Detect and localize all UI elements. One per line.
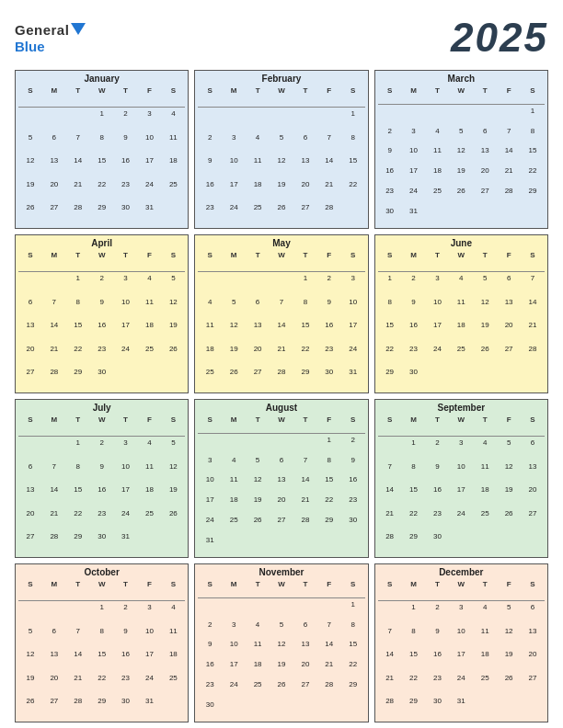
month-june: JuneSMTWTFS12345678910111213141516171819… — [374, 234, 548, 393]
cal-day: 12 — [270, 638, 293, 658]
cal-day: 8 — [341, 619, 365, 639]
cal-day: 15 — [521, 144, 545, 165]
cal-header-cell: T — [473, 85, 497, 105]
cal-day: 17 — [341, 319, 365, 343]
cal-day: 14 — [521, 296, 545, 320]
cal-day: 26 — [18, 201, 42, 225]
cal-day: 15 — [90, 154, 114, 178]
cal-day: 7 — [378, 625, 402, 649]
cal-day: 28 — [378, 695, 402, 719]
cal-header-cell: T — [246, 415, 270, 434]
cal-day: 8 — [378, 296, 402, 320]
cal-day: 21 — [293, 494, 317, 514]
cal-day: 4 — [473, 437, 497, 461]
cal-day: 3 — [341, 272, 365, 296]
cal-header-cell: W — [90, 415, 114, 437]
cal-day-empty — [270, 534, 293, 554]
cal-header-cell: S — [341, 250, 365, 272]
cal-day: 16 — [198, 178, 222, 202]
logo-triangle-icon — [71, 23, 86, 35]
cal-day: 30 — [402, 366, 426, 390]
cal-header-cell: W — [449, 85, 473, 105]
cal-day: 7 — [521, 272, 545, 296]
cal-day: 25 — [161, 178, 185, 202]
cal-day: 29 — [402, 695, 426, 719]
cal-day-empty — [497, 695, 521, 719]
cal-day: 21 — [66, 672, 90, 696]
cal-day-empty — [18, 601, 42, 625]
cal-header-cell: T — [473, 579, 497, 601]
cal-day: 12 — [270, 154, 293, 178]
cal-day-empty — [246, 699, 270, 719]
month-december: DecemberSMTWTFS1234567891011121314151617… — [374, 563, 548, 722]
cal-day: 28 — [521, 343, 545, 367]
cal-grid-may: SMTWTFS123456789101112131415161718192021… — [198, 250, 364, 390]
cal-day: 26 — [270, 201, 293, 225]
cal-day: 29 — [90, 695, 114, 719]
cal-day: 26 — [222, 366, 246, 390]
cal-day: 24 — [449, 507, 473, 531]
cal-day: 2 — [198, 619, 222, 639]
cal-day: 17 — [114, 483, 138, 507]
cal-day: 18 — [449, 319, 473, 343]
cal-day: 30 — [425, 695, 449, 719]
cal-day-empty — [270, 699, 293, 719]
cal-day: 8 — [341, 131, 365, 155]
cal-header-cell: T — [246, 579, 270, 598]
cal-header-cell: M — [402, 250, 426, 272]
cal-day: 12 — [161, 461, 185, 484]
cal-day: 19 — [161, 319, 185, 343]
month-name-february: February — [198, 74, 364, 84]
cal-day: 9 — [402, 296, 426, 320]
cal-day: 16 — [90, 483, 114, 507]
cal-day: 5 — [270, 131, 293, 155]
cal-day: 17 — [222, 178, 246, 202]
cal-day: 10 — [114, 296, 138, 320]
cal-day: 24 — [341, 343, 365, 367]
cal-day: 7 — [42, 461, 66, 484]
cal-day: 3 — [114, 437, 138, 461]
cal-day: 12 — [18, 154, 42, 178]
cal-grid-january: SMTWTFS123456789101112131415161718192021… — [18, 85, 185, 225]
cal-day: 22 — [66, 507, 90, 531]
cal-day: 13 — [18, 319, 42, 343]
cal-day: 23 — [317, 343, 341, 367]
cal-day: 21 — [497, 165, 521, 185]
cal-day-empty — [270, 598, 293, 619]
cal-grid-july: SMTWTFS123456789101112131415161718192021… — [18, 415, 185, 554]
cal-day: 20 — [42, 178, 66, 202]
cal-day: 19 — [497, 648, 521, 672]
cal-day: 11 — [138, 296, 162, 320]
cal-day: 17 — [138, 154, 162, 178]
cal-day-empty — [425, 205, 449, 225]
cal-day-empty — [317, 699, 341, 719]
cal-day: 27 — [42, 201, 66, 225]
cal-day: 31 — [198, 534, 222, 554]
cal-header-cell: T — [473, 415, 497, 437]
cal-day: 19 — [246, 494, 270, 514]
month-october: OctoberSMTWTFS12345678910111213141516171… — [15, 563, 189, 722]
cal-day: 13 — [42, 154, 66, 178]
cal-day-empty — [222, 272, 246, 296]
cal-header-cell: M — [402, 579, 426, 601]
cal-day: 8 — [66, 461, 90, 484]
cal-day: 18 — [222, 494, 246, 514]
cal-day: 20 — [521, 483, 545, 507]
cal-header-cell: W — [270, 250, 293, 272]
cal-day-empty — [497, 205, 521, 225]
cal-day: 3 — [449, 601, 473, 625]
cal-header-cell: S — [198, 579, 222, 598]
cal-day: 24 — [449, 672, 473, 696]
cal-header-cell: T — [114, 579, 138, 601]
cal-day: 11 — [161, 131, 185, 155]
cal-day-empty — [378, 437, 402, 461]
cal-day: 12 — [473, 296, 497, 320]
cal-day: 17 — [449, 648, 473, 672]
cal-header-cell: S — [161, 85, 185, 108]
cal-day: 22 — [90, 672, 114, 696]
cal-day: 23 — [402, 343, 426, 367]
cal-day: 2 — [198, 131, 222, 155]
cal-header-cell: T — [66, 415, 90, 437]
cal-day: 2 — [114, 601, 138, 625]
cal-day: 16 — [90, 319, 114, 343]
